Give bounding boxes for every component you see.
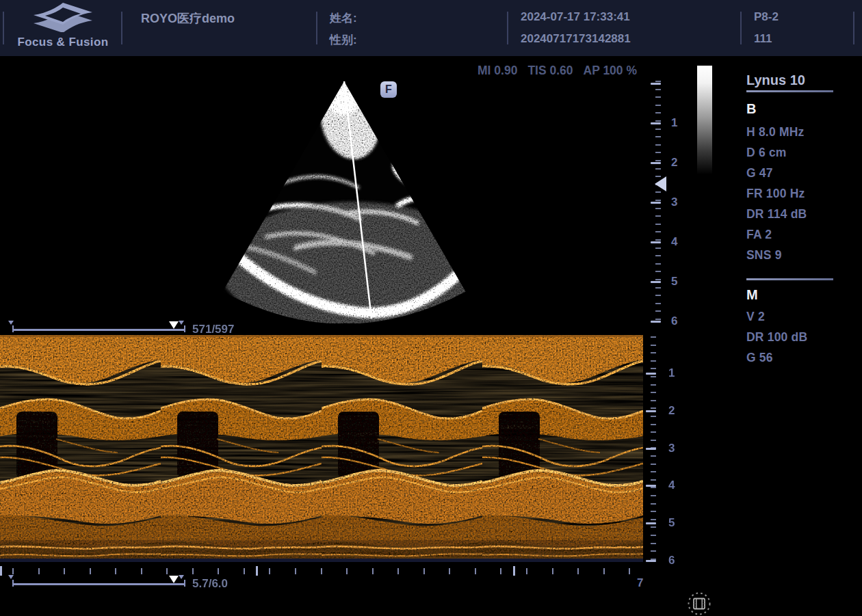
b-depth-label: 5 [671, 276, 677, 287]
m-depth-tick [646, 522, 656, 524]
time-ruler-major-tick [513, 566, 515, 576]
focus-position-marker[interactable] [655, 176, 666, 191]
b-depth-tick [651, 122, 661, 124]
system-title: Lynus 10 [746, 72, 805, 88]
m-depth-tick [646, 410, 656, 412]
m-depth-tick [646, 448, 656, 450]
sweep-time-counter: 5.7/6.0 [192, 577, 228, 591]
m-param-gain: G 56 [746, 351, 773, 365]
sweep-scrubber-track[interactable] [12, 583, 185, 585]
b-depth-tick [651, 202, 661, 204]
b-depth-tick [651, 162, 661, 164]
divider [740, 12, 742, 44]
brand-logo: Focus & Fusion [10, 2, 116, 49]
divider [121, 12, 122, 44]
m-depth-tick [646, 560, 656, 562]
acoustic-indices: MI 0.90 TIS 0.60 AP 100 % [478, 64, 637, 78]
m-depth-ruler [651, 336, 656, 565]
b-depth-label: 2 [671, 157, 677, 168]
time-ruler-edge-tick [0, 566, 2, 576]
cine-range-start-marker[interactable] [8, 321, 14, 325]
patient-gender-label: 性别: [330, 32, 357, 48]
b-param-sns: SNS 9 [746, 248, 782, 263]
m-depth-label: 2 [668, 405, 675, 416]
b-depth-label: 6 [671, 316, 677, 327]
sweep-total-time: 6.0 [211, 577, 228, 590]
panel-divider [746, 90, 833, 92]
m-depth-tick [646, 485, 656, 487]
cine-film-icon[interactable] [687, 591, 711, 616]
sweep-range-end-marker[interactable] [179, 575, 184, 579]
cine-scrubber-track[interactable] [12, 329, 185, 331]
m-mode-trace-image [0, 335, 643, 562]
focus-fusion-logo-icon [27, 2, 99, 32]
b-depth-tick [651, 321, 661, 323]
f-marker-badge[interactable]: F [380, 81, 397, 98]
m-depth-tick [646, 373, 656, 375]
b-depth-tick-0 [651, 83, 661, 85]
b-param-gain: G 47 [746, 166, 773, 180]
b-depth-tick [651, 281, 661, 283]
cine-frame-counter: 571/597 [192, 323, 234, 336]
b-param-dynamic-range: DR 114 dB [746, 207, 807, 222]
ap-value: AP 100 % [584, 64, 637, 78]
patient-name-label: 姓名: [330, 10, 357, 26]
sweep-range-start-marker[interactable] [8, 575, 14, 579]
b-param-framerate: FR 100 Hz [746, 187, 805, 201]
b-param-frequency: H 8.0 MHz [746, 125, 804, 139]
b-mode-label: B [746, 101, 756, 117]
b-param-fa: FA 2 [746, 228, 772, 242]
cine-range-end-marker[interactable] [179, 321, 184, 325]
b-depth-label: 4 [671, 237, 677, 247]
m-depth-label: 5 [668, 518, 675, 528]
ultrasound-screen: { "header": { "brand": "Focus & Fusion",… [0, 0, 862, 616]
b-depth-tick [651, 241, 661, 243]
divider [507, 12, 508, 44]
m-param-velocity: V 2 [746, 310, 765, 324]
brand-name: Focus & Fusion [10, 36, 116, 49]
m-depth-label: 4 [668, 480, 675, 491]
cine-current-frame: 571 [192, 323, 211, 336]
b-depth-label: 3 [671, 197, 677, 208]
b-mode-image [192, 72, 499, 323]
probe-preset: 111 [754, 32, 772, 46]
m-depth-label: 1 [668, 368, 675, 379]
divider [853, 12, 854, 44]
b-param-depth: D 6 cm [746, 146, 787, 160]
top-status-bar: Focus & Fusion ROYO医疗demo 姓名: 性别: 2024-0… [0, 0, 862, 56]
probe-model: P8-2 [754, 10, 779, 24]
sweep-position-handle[interactable] [169, 576, 179, 583]
divider [316, 12, 317, 44]
study-id: 20240717173142881 [521, 32, 631, 46]
b-depth-label: 1 [671, 118, 677, 129]
panel-divider [746, 278, 833, 280]
m-mode-label: M [746, 287, 758, 303]
sweep-current-time: 5.7 [192, 577, 209, 590]
m-depth-label: 6 [668, 555, 675, 566]
grayscale-map-bar [697, 66, 712, 174]
divider [3, 12, 4, 44]
m-depth-label: 3 [668, 443, 675, 454]
cine-total-frames: 597 [215, 323, 234, 336]
exam-datetime: 2024-07-17 17:33:41 [521, 10, 630, 24]
cine-position-handle[interactable] [169, 321, 179, 329]
time-ruler [12, 568, 646, 574]
time-ruler-major-tick [256, 566, 258, 576]
time-ruler-label: 7 [637, 578, 643, 589]
m-param-dynamic-range: DR 100 dB [746, 330, 807, 345]
tis-value: TIS 0.60 [527, 64, 573, 78]
facility-name: ROYO医疗demo [141, 10, 235, 27]
